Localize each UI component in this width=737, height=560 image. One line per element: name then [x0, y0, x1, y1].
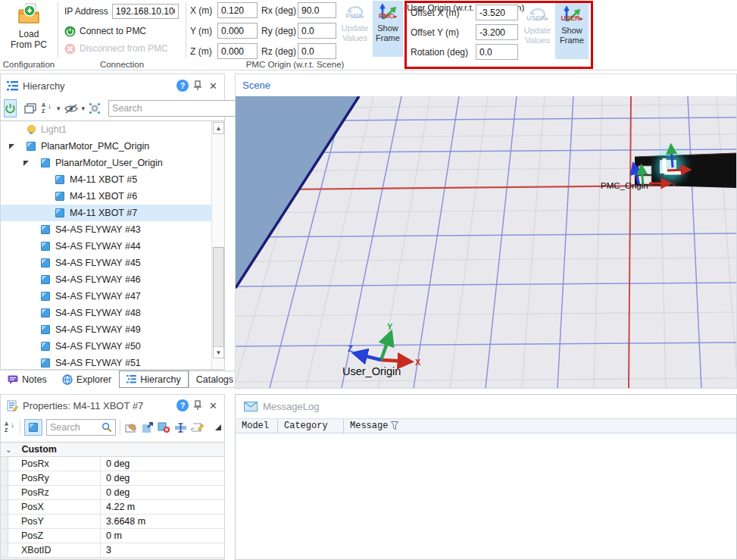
rx-input[interactable]	[298, 2, 336, 18]
help-icon[interactable]: ?	[176, 399, 189, 411]
tree-item-flyway-45[interactable]: S4-AS FLYWAY #45	[1, 255, 224, 271]
property-value[interactable]: 3	[101, 543, 224, 557]
tab-catalogs[interactable]: Catalogs	[189, 371, 241, 388]
properties-search-input[interactable]	[50, 422, 101, 433]
sort-az-icon[interactable]: AZ↓	[4, 421, 16, 433]
ribbon-group-configuration: Load From PC Configuration	[0, 0, 58, 70]
tab-notes[interactable]: Notes	[0, 371, 55, 388]
ibeam-anchor-icon[interactable]	[174, 422, 187, 433]
hide-visibility-icon[interactable]	[64, 104, 78, 114]
tab-hierarchy[interactable]: Hierarchy	[119, 371, 189, 388]
help-icon[interactable]: ?	[176, 80, 189, 92]
hierarchy-icon	[126, 375, 136, 383]
z-input[interactable]	[217, 43, 258, 59]
scene-viewport[interactable]: PMC_Origin x Y X Z User_Origin	[236, 96, 736, 388]
tree-item-flyway-43[interactable]: S4-AS FLYWAY #43	[1, 221, 224, 238]
tree-item-light1[interactable]: Light1	[1, 121, 224, 138]
property-value[interactable]: 0 deg	[101, 486, 224, 499]
collapse-chevron-icon[interactable]: ⌄	[5, 446, 11, 454]
ribbon-group-user-origin: Offset X (m) Offset Y (m) Rotation (deg)…	[407, 3, 591, 67]
property-value[interactable]: 4.22 m	[101, 500, 224, 514]
tree-item-flyway-50[interactable]: S4-AS FLYWAY #50	[1, 338, 224, 355]
property-group-header[interactable]: ⌄ Custom	[1, 443, 224, 457]
search-icon[interactable]	[101, 422, 112, 433]
tree-item-flyway-51[interactable]: S4-AS FLYWAY #51	[1, 355, 224, 369]
messagelog-title: MessageLog	[263, 401, 319, 412]
open-external-icon[interactable]	[142, 421, 154, 433]
ip-address-input[interactable]	[112, 4, 179, 19]
tree-item-flyway-46[interactable]: S4-AS FLYWAY #46	[1, 271, 224, 288]
corner-grip-icon[interactable]	[215, 424, 221, 430]
scene-tab-label[interactable]: Scene	[236, 74, 736, 96]
cube-icon	[41, 242, 50, 251]
tab-explorer[interactable]: Explorer	[55, 371, 120, 388]
property-value[interactable]: 0 deg	[101, 457, 224, 471]
gear-icon[interactable]	[89, 102, 101, 114]
column-header-model[interactable]: Model	[236, 419, 277, 433]
rotation-input[interactable]	[476, 44, 518, 60]
close-icon[interactable]: ✕	[207, 80, 220, 92]
column-header-message[interactable]: Message	[344, 419, 736, 433]
rz-input[interactable]	[298, 43, 336, 59]
pmc-show-frame-button[interactable]: PMC Show Frame	[373, 1, 403, 57]
tree-item-flyway-48[interactable]: S4-AS FLYWAY #48	[1, 305, 224, 321]
edit-scroll-icon[interactable]	[191, 421, 205, 433]
connect-to-pmc-button[interactable]: Connect to PMC	[64, 23, 184, 39]
load-from-pc-button[interactable]: Load From PC	[5, 2, 53, 56]
sort-az-icon[interactable]: AZ↓	[41, 102, 53, 114]
cascade-icon[interactable]	[24, 103, 37, 114]
tree-item-xbot-6[interactable]: M4-11 XBOT #6	[1, 188, 224, 205]
cube-filter-button[interactable]	[24, 419, 42, 436]
x-input[interactable]	[217, 2, 258, 18]
cube-icon	[41, 342, 50, 351]
power-toggle-button[interactable]	[4, 99, 17, 117]
explorer-icon	[62, 374, 73, 385]
ry-input[interactable]	[298, 23, 336, 39]
sort-dropdown-caret-icon[interactable]: ▾	[57, 105, 61, 112]
tree-item-flyway-49[interactable]: S4-AS FLYWAY #49	[1, 321, 224, 338]
scroll-up-icon[interactable]: ▲	[213, 122, 224, 134]
messagelog-body[interactable]	[236, 433, 736, 559]
property-value[interactable]: 0 deg	[101, 471, 224, 485]
user-show-frame-button[interactable]: USER Show Frame	[555, 3, 589, 59]
property-value[interactable]: 0 m	[101, 529, 224, 543]
pmc-update-values-button[interactable]: PMC Update Values	[339, 1, 371, 57]
filter-icon[interactable]	[391, 421, 398, 430]
properties-search-field	[46, 419, 116, 436]
ry-label: Ry (deg)	[261, 23, 296, 39]
user-update-values-button[interactable]: USER Update Values	[521, 3, 554, 59]
tree-item-flyway-44[interactable]: S4-AS FLYWAY #44	[1, 238, 224, 255]
tree-item-xbot-7-selected[interactable]: M4-11 XBOT #7	[1, 205, 224, 221]
property-value[interactable]: 3.6648 m	[101, 515, 224, 528]
tree-item-user-origin[interactable]: PlanarMotor_User_Origin	[1, 155, 224, 171]
remove-cube-icon[interactable]	[158, 421, 170, 433]
cube-icon	[41, 358, 50, 368]
tree-item-xbot-5[interactable]: M4-11 XBOT #5	[1, 171, 224, 188]
pin-icon[interactable]	[193, 80, 202, 91]
tree-item-pmc-origin[interactable]: PlanarMotor_PMC_Origin	[1, 138, 224, 155]
property-row: PosRz 0 deg	[1, 486, 224, 500]
cube-icon	[55, 208, 64, 217]
xbot-tile[interactable]	[639, 166, 651, 174]
scrollbar-thumb[interactable]	[213, 247, 224, 353]
envelope-icon	[244, 402, 258, 411]
y-input[interactable]	[217, 23, 258, 39]
connect-to-pmc-label: Connect to PMC	[80, 26, 146, 36]
offset-x-input[interactable]	[476, 5, 518, 20]
pick-card-icon[interactable]	[124, 421, 138, 433]
disconnect-from-pmc-button[interactable]: Disconnect from PMC	[64, 40, 184, 57]
visibility-dropdown-caret-icon[interactable]: ▾	[82, 105, 86, 112]
pin-icon[interactable]	[193, 400, 202, 411]
offset-y-input[interactable]	[476, 24, 518, 40]
hierarchy-search-input[interactable]	[112, 103, 234, 114]
tree-scrollbar[interactable]: ▲ ▼	[211, 121, 224, 369]
connect-icon	[64, 26, 76, 37]
column-header-category[interactable]: Category	[278, 419, 343, 433]
scroll-down-icon[interactable]: ▼	[213, 346, 224, 358]
tree-item-flyway-47[interactable]: S4-AS FLYWAY #47	[1, 288, 224, 305]
expander-icon[interactable]	[7, 141, 17, 152]
close-icon[interactable]: ✕	[207, 400, 220, 411]
expander-icon[interactable]	[21, 158, 32, 168]
user-show-label-line2: Frame	[560, 36, 584, 45]
user-show-label-line1: Show	[561, 26, 582, 36]
